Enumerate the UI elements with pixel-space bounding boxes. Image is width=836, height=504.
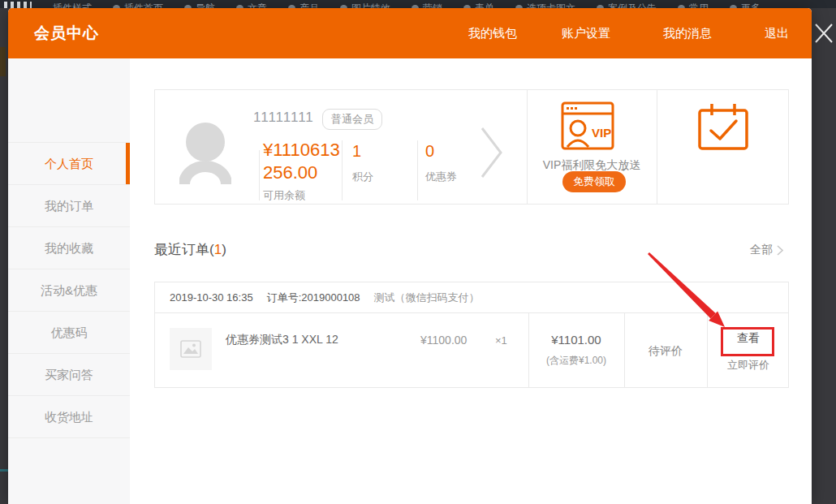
modal-header: 会员中心 我的钱包 账户设置 我的消息 退出 xyxy=(8,8,812,58)
background-logo xyxy=(4,2,32,8)
balance-value-line1: ¥1110613 xyxy=(263,139,340,162)
sidebar-item-shipping-address[interactable]: 收货地址 xyxy=(8,396,130,438)
sidebar-item-my-favorites[interactable]: 我的收藏 xyxy=(8,227,130,269)
view-all-link[interactable]: 全部 xyxy=(750,243,783,257)
balance-value-line2: 256.00 xyxy=(263,162,340,184)
background-nav-item: 产品 xyxy=(288,2,319,8)
order-payment-note: 测试（微信扫码支付） xyxy=(374,291,480,305)
view-order-button[interactable]: 查看 xyxy=(707,331,790,346)
recent-orders-heading: 最近订单(1) xyxy=(154,240,226,259)
divider xyxy=(707,313,708,387)
background-left-strip xyxy=(0,8,8,504)
balance-block[interactable]: ¥1110613 256.00 可用余额 xyxy=(263,139,340,203)
chevron-right-icon xyxy=(777,245,783,256)
coupons-value: 0 xyxy=(425,142,457,161)
main-content: 11111111 普通会员 ¥1110613 256.00 可用余额 1 积分 … xyxy=(130,58,812,504)
nav-account-settings[interactable]: 账户设置 xyxy=(562,26,610,41)
sidebar-item-my-orders[interactable]: 我的订单 xyxy=(8,185,130,227)
vip-icon-label: VIP xyxy=(592,126,611,140)
member-center-modal: 会员中心 我的钱包 账户设置 我的消息 退出 个人首页 我的订单 我的收藏 活动… xyxy=(8,8,812,504)
product-image-placeholder[interactable] xyxy=(170,328,212,370)
sidebar-item-activities[interactable]: 活动&优惠 xyxy=(8,269,130,312)
background-nav-item: 更多 xyxy=(730,2,761,8)
review-now-button[interactable]: 立即评价 xyxy=(707,358,790,373)
order-header-row: 2019-10-30 16:35 订单号:2019000108 测试（微信扫码支… xyxy=(155,282,788,313)
sidebar-item-personal-home[interactable]: 个人首页 xyxy=(8,143,130,185)
nav-logout[interactable]: 退出 xyxy=(765,26,789,41)
background-nav-item: 案例及公告 xyxy=(597,2,657,8)
view-all-label: 全部 xyxy=(750,243,773,257)
background-right-strip xyxy=(812,8,836,504)
page-title: 会员中心 xyxy=(34,23,99,44)
order-card: 2019-10-30 16:35 订单号:2019000108 测试（微信扫码支… xyxy=(154,282,789,388)
vip-browser-icon: VIP xyxy=(561,101,614,152)
chevron-right-icon[interactable] xyxy=(480,126,504,179)
background-page-topbar: 插件样式 插件首页 导航 文章 产品 图片特效 营销 表单 选项卡图文 案例及公… xyxy=(0,0,836,8)
divider xyxy=(657,90,657,204)
coupons-label: 优惠券 xyxy=(425,170,457,184)
quantity: ×1 xyxy=(495,334,507,347)
nav-my-wallet[interactable]: 我的钱包 xyxy=(468,26,517,41)
sidebar: 个人首页 我的订单 我的收藏 活动&优惠 优惠码 买家问答 收货地址 xyxy=(8,58,130,504)
divider xyxy=(527,90,528,204)
divider xyxy=(259,150,260,200)
close-icon[interactable] xyxy=(814,21,834,45)
coupons-block[interactable]: 0 优惠券 xyxy=(425,142,457,184)
background-nav-item: 表单 xyxy=(463,2,494,8)
sidebar-item-coupon-code[interactable]: 优惠码 xyxy=(8,312,130,354)
order-total: ¥1101.00 xyxy=(528,333,624,347)
background-nav-item: 营销 xyxy=(412,2,442,8)
order-item-row: 优惠券测试3 1 XXL 12 ¥1100.00 ×1 ¥1101.00 (含运… xyxy=(155,313,788,387)
points-value: 1 xyxy=(352,142,373,161)
claim-free-button[interactable]: 免费领取 xyxy=(562,171,626,192)
calendar-check-icon[interactable] xyxy=(697,101,749,152)
background-nav-item: 插件首页 xyxy=(113,2,163,8)
points-label: 积分 xyxy=(352,170,373,184)
unit-price: ¥1100.00 xyxy=(420,334,467,347)
background-nav-item: 文章 xyxy=(236,2,267,8)
background-fragment xyxy=(0,47,6,76)
nav-my-messages[interactable]: 我的消息 xyxy=(663,26,712,41)
background-brand: 插件样式 xyxy=(53,2,92,8)
background-nav-item: 图片特效 xyxy=(340,2,390,8)
profile-card: 11111111 普通会员 ¥1110613 256.00 可用余额 1 积分 … xyxy=(154,89,789,205)
member-level-badge: 普通会员 xyxy=(322,109,382,130)
order-count: 1 xyxy=(214,242,222,257)
background-fragment xyxy=(0,469,8,472)
background-nav-item: 常用 xyxy=(678,2,709,8)
divider xyxy=(417,140,418,200)
picture-icon xyxy=(180,340,201,358)
shipping-note: (含运费¥1.00) xyxy=(528,354,624,368)
sidebar-item-buyer-qa[interactable]: 买家问答 xyxy=(8,354,130,396)
divider xyxy=(342,140,343,200)
background-nav-item: 选项卡图文 xyxy=(515,2,575,8)
order-datetime: 2019-10-30 16:35 xyxy=(170,291,253,304)
username: 11111111 xyxy=(253,110,314,126)
background-nav-item: 导航 xyxy=(184,2,215,8)
balance-label: 可用余额 xyxy=(263,188,340,203)
order-status: 待评价 xyxy=(624,344,707,359)
product-name[interactable]: 优惠券测试3 1 XXL 12 xyxy=(226,333,338,347)
points-block[interactable]: 1 积分 xyxy=(352,142,373,184)
avatar-icon xyxy=(179,121,231,186)
divider xyxy=(528,313,529,387)
order-number: 订单号:2019000108 xyxy=(267,291,360,305)
